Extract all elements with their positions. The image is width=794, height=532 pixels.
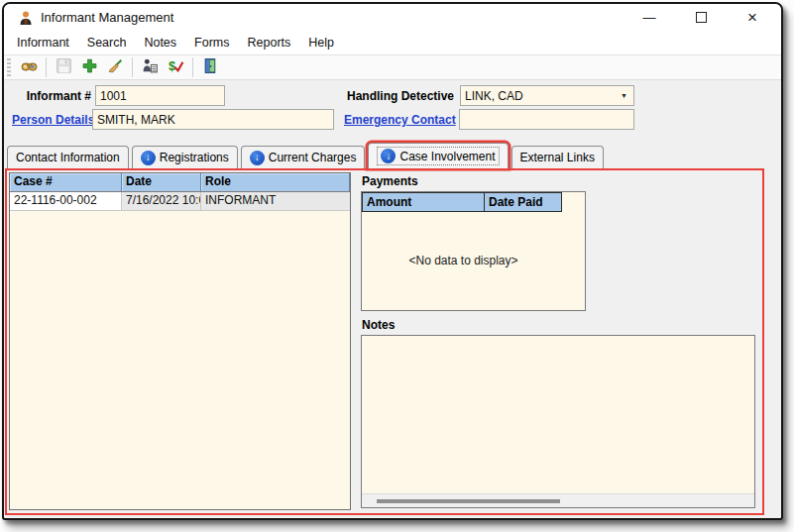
close-button[interactable]: × [734,6,771,30]
maximize-icon [696,12,707,23]
tab-label: Registrations [160,151,229,164]
down-circle-icon: ↓ [250,151,265,165]
broom-icon [107,57,124,78]
no-data-message: <No data to display> [362,254,565,267]
menu-informant[interactable]: Informant [8,33,78,53]
informant-report-button[interactable] [137,56,163,78]
save-button[interactable] [51,56,76,78]
exit-button[interactable] [197,56,223,78]
notes-textarea[interactable] [362,336,754,493]
menu-bar: Informant Search Notes Forms Reports Hel… [4,31,781,54]
tab-label: Contact Information [16,151,120,164]
menu-search[interactable]: Search [78,33,136,53]
person-details-field[interactable] [92,109,334,130]
toolbar-separator [132,57,133,77]
tab-focus-rect: ↓ Case Involvement [377,147,499,165]
toolbar-separator [192,57,193,77]
handling-detective-label: Handling Detective [345,89,454,103]
case-grid: Case # Date Role 22-1116-00-002 7/16/202… [9,172,351,510]
tab-registrations[interactable]: ↓ Registrations [132,146,238,168]
column-header-date-paid[interactable]: Date Paid [485,192,562,212]
person-details-link[interactable]: Person Details [12,113,94,127]
notes-horizontal-scrollbar[interactable] [362,493,754,507]
column-header-amount[interactable]: Amount [362,192,485,212]
tab-strip: Contact Information ↓ Registrations ↓ Cu… [7,142,781,168]
column-header-case-number[interactable]: Case # [10,173,122,191]
tab-label: Current Charges [269,151,357,164]
menu-forms[interactable]: Forms [185,33,238,53]
payments-grid-header: Amount Date Paid [362,192,585,212]
svg-text:$: $ [169,58,175,73]
minimize-button[interactable]: — [630,6,668,30]
handling-detective-dropdown[interactable]: LINK, CAD ▼ [460,85,634,106]
menu-reports[interactable]: Reports [239,33,300,53]
menu-help[interactable]: Help [299,33,343,53]
down-circle-icon: ↓ [381,149,396,163]
app-window: Informant Management — × Informant Searc… [2,2,783,520]
clear-button[interactable] [102,56,128,78]
payments-button[interactable]: $ [163,56,188,78]
column-header-role[interactable]: Role [201,173,350,191]
case-date-cell[interactable]: 7/16/2022 10:0 [122,192,201,210]
add-button[interactable] [76,56,102,78]
payments-notes-region: Payments Amount Date Paid <No data to di… [354,170,762,513]
down-circle-icon: ↓ [141,151,156,165]
case-role-cell[interactable]: INFORMANT [201,192,350,210]
search-button[interactable] [16,56,42,78]
tab-label: Case Involvement [399,150,495,163]
case-involvement-panel: Case # Date Role 22-1116-00-002 7/16/202… [5,168,764,515]
toolbar-grip[interactable] [7,58,11,76]
scrollbar-thumb[interactable] [377,499,560,503]
plus-icon [81,57,98,78]
tab-current-charges[interactable]: ↓ Current Charges [241,146,366,168]
emergency-contact-link[interactable]: Emergency Contact [344,113,456,127]
notes-label: Notes [362,318,395,332]
tab-case-involvement[interactable]: ↓ Case Involvement [368,143,508,168]
informant-form: Informant # Handling Detective LINK, CAD… [4,80,781,141]
case-row[interactable]: 22-1116-00-002 7/16/2022 10:0 INFORMANT [10,192,350,211]
informant-number-field[interactable] [95,85,225,106]
notes-panel [361,335,755,508]
toolbar-separator [46,57,47,77]
floppy-disk-icon [56,57,72,78]
informant-number-label: Informant # [12,89,91,103]
case-number-cell[interactable]: 22-1116-00-002 [10,192,122,210]
payments-grid: Amount Date Paid <No data to display> [361,191,586,311]
column-header-date[interactable]: Date [122,173,201,191]
chevron-down-icon[interactable]: ▼ [617,88,631,103]
dollar-check-icon: $ [168,57,184,78]
title-bar: Informant Management — × [4,4,781,31]
open-door-icon [202,57,219,78]
menu-notes[interactable]: Notes [135,33,185,53]
informant-app-icon [18,10,34,26]
person-notes-icon [142,57,159,78]
maximize-button[interactable] [682,6,720,30]
tab-external-links[interactable]: External Links [511,146,604,168]
tab-contact-information[interactable]: Contact Information [7,146,129,168]
handling-detective-value: LINK, CAD [465,89,523,103]
tab-label: External Links [520,151,595,164]
case-grid-header: Case # Date Role [10,173,350,192]
payments-label: Payments [362,174,418,188]
emergency-contact-field[interactable] [459,109,634,130]
binoculars-icon [21,57,38,78]
window-title: Informant Management [41,10,173,25]
toolbar: $ [4,54,781,80]
